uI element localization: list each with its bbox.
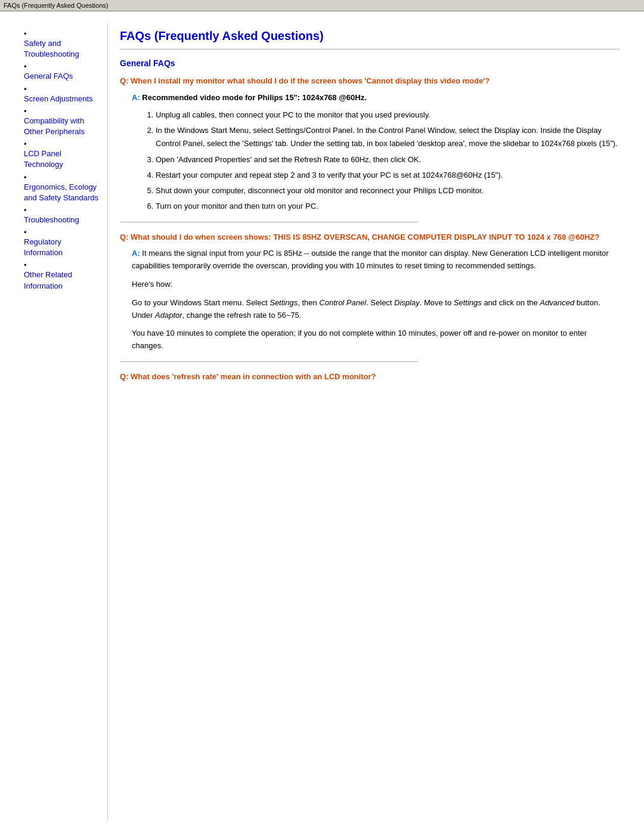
- question-3-text: Q: What does 'refresh rate' mean in conn…: [120, 371, 620, 383]
- sidebar-item-safety[interactable]: • Safety and Troubleshooting: [24, 29, 101, 60]
- sidebar-link-troubleshooting[interactable]: Troubleshooting: [24, 215, 101, 225]
- question-2-text: Q: What should I do when screen shows: T…: [120, 231, 620, 243]
- browser-window: • Safety and Troubleshooting • General F…: [0, 11, 644, 833]
- sidebar-link-screen[interactable]: Screen Adjustments: [24, 94, 101, 104]
- step-2: In the Windows Start Menu, select Settin…: [156, 124, 620, 150]
- sidebar-link-compatibility[interactable]: Compatibility with Other Peripherals: [24, 116, 101, 137]
- sidebar-link-ergonomics[interactable]: Ergonomics, Ecology and Safety Standards: [24, 182, 101, 203]
- question-1: Q: When I install my monitor what should…: [120, 75, 620, 213]
- answer-2-block: A: It means the signal input from your P…: [132, 247, 620, 352]
- sidebar-item-troubleshooting[interactable]: • Troubleshooting: [24, 206, 101, 225]
- section-title: General FAQs: [120, 58, 620, 68]
- sidebar-link-safety[interactable]: Safety and Troubleshooting: [24, 38, 101, 60]
- title-bar: FAQs (Frequently Asked Questions): [0, 0, 644, 11]
- answer-2-para-4: You have 10 minutes to complete the oper…: [132, 327, 620, 352]
- step-6: Turn on your monitor and then turn on yo…: [156, 200, 620, 213]
- step-4: Restart your computer and repeat step 2 …: [156, 169, 620, 182]
- sidebar: • Safety and Troubleshooting • General F…: [12, 23, 107, 821]
- page-title: FAQs (Frequently Asked Questions): [120, 29, 620, 43]
- sidebar-link-lcd[interactable]: LCD Panel Technology: [24, 148, 101, 170]
- sidebar-item-regulatory[interactable]: • Regulatory Information: [24, 228, 101, 258]
- sidebar-item-other[interactable]: • Other Related Information: [24, 261, 101, 291]
- top-divider: [120, 49, 620, 49]
- sidebar-item-compatibility[interactable]: • Compatibility with Other Peripherals: [24, 107, 101, 137]
- step-1: Unplug all cables, then connect your PC …: [156, 109, 620, 122]
- answer-1-steps: Unplug all cables, then connect your PC …: [156, 109, 620, 213]
- answer-1-intro: A: Recommended video mode for Philips 15…: [132, 92, 620, 104]
- answer-1-block: A: Recommended video mode for Philips 15…: [132, 92, 620, 213]
- answer-2-para-2: Here's how:: [132, 278, 620, 291]
- main-content: FAQs (Frequently Asked Questions) Genera…: [107, 23, 632, 821]
- sidebar-item-lcd[interactable]: • LCD Panel Technology: [24, 140, 101, 170]
- answer-2-para-1: A: It means the signal input from your P…: [132, 247, 620, 272]
- answer-2-para-3: Go to your Windows Start menu. Select Se…: [132, 297, 620, 322]
- question-3: Q: What does 'refresh rate' mean in conn…: [120, 371, 620, 383]
- step-3: Open 'Advanced Properties' and set the R…: [156, 153, 620, 166]
- question-1-text: Q: When I install my monitor what should…: [120, 75, 620, 87]
- step-5: Shut down your computer, disconnect your…: [156, 184, 620, 197]
- sidebar-item-general[interactable]: • General FAQs: [24, 62, 101, 82]
- sidebar-item-ergonomics[interactable]: • Ergonomics, Ecology and Safety Standar…: [24, 173, 101, 203]
- content-area: • Safety and Troubleshooting • General F…: [0, 11, 644, 833]
- sidebar-link-general[interactable]: General FAQs: [24, 71, 101, 82]
- sidebar-link-other[interactable]: Other Related Information: [24, 270, 101, 291]
- question-2: Q: What should I do when screen shows: T…: [120, 231, 620, 352]
- title-bar-text: FAQs (Frequently Asked Questions): [4, 2, 108, 9]
- sidebar-item-screen[interactable]: • Screen Adjustments: [24, 85, 101, 104]
- divider-2: [120, 361, 418, 362]
- sidebar-link-regulatory[interactable]: Regulatory Information: [24, 237, 101, 258]
- divider-1: [120, 222, 418, 222]
